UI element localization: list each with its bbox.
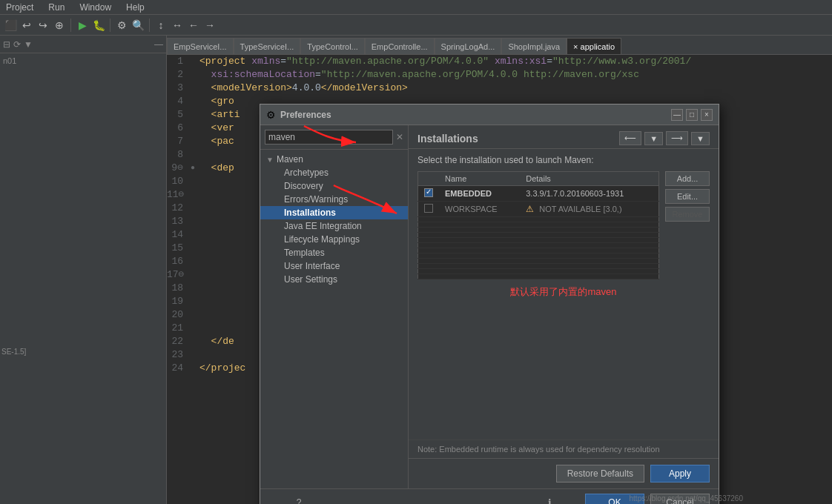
table-row-empty-6 <box>418 243 659 248</box>
dialog-title-bar: ⚙ Preferences — □ × <box>260 105 719 125</box>
checkbox-workspace[interactable] <box>418 202 440 217</box>
dialog-title-text: Preferences <box>280 110 331 120</box>
tree-child-discovery[interactable]: Discovery <box>260 179 408 193</box>
apply-btn[interactable]: Apply <box>650 465 710 483</box>
table-row-empty-9 <box>418 259 659 264</box>
col-check <box>418 172 440 186</box>
tree-arrow-maven: ▼ <box>266 156 274 164</box>
dialog-close-btn[interactable]: × <box>701 109 713 121</box>
dialog-nav-buttons: ⟵ ▼ ⟶ ▼ <box>619 131 710 145</box>
tree-child-userinterface[interactable]: User Interface <box>260 259 408 273</box>
dialog-search-area: ✕ <box>260 125 408 150</box>
table-row-empty-8 <box>418 253 659 259</box>
checkbox-checked-icon <box>424 188 433 197</box>
installations-subtitle: Select the installation used to launch M… <box>417 155 710 165</box>
dialog-note: Note: Embedded runtime is always used fo… <box>409 440 719 458</box>
preferences-dialog: ⚙ Preferences — □ × ✕ <box>260 104 719 504</box>
tree-child-lifecycle[interactable]: Lifecycle Mappings <box>260 233 408 246</box>
row-workspace-details: ⚠ NOT AVAILABLE [3.0,) <box>520 202 658 217</box>
help-icon-btn[interactable]: ? <box>269 494 328 504</box>
dialog-overlay: ⚙ Preferences — □ × ✕ <box>0 0 832 504</box>
dialog-right-pane: Installations ⟵ ▼ ⟶ ▼ Select the install… <box>409 125 719 488</box>
edit-installation-btn[interactable]: Edit... <box>665 189 710 204</box>
table-row-empty-12 <box>418 274 659 279</box>
installations-title: Installations <box>417 133 478 145</box>
dialog-search-input[interactable] <box>265 130 393 145</box>
table-row-empty-3 <box>418 228 659 233</box>
workspace-not-available: NOT AVAILABLE [3.0,) <box>539 205 621 213</box>
dialog-search-clear-icon[interactable]: ✕ <box>396 132 403 142</box>
table-body: EMBEDDED 3.3.9/1.7.0.20160603-1931 WORKS… <box>418 186 659 279</box>
tree-maven-parent[interactable]: ▼ Maven <box>260 153 408 166</box>
checkbox-embedded[interactable] <box>418 186 440 202</box>
col-name: Name <box>439 172 520 186</box>
table-row-empty-1 <box>418 217 659 222</box>
table-wrapper: Name Details EMBEDDED <box>417 171 710 279</box>
checkbox-unchecked-icon <box>424 204 433 213</box>
table-row-empty-5 <box>418 238 659 243</box>
watermark: https://blog.csdn.net/qq_45637260 <box>630 494 743 503</box>
tree-child-javaee[interactable]: Java EE Integration <box>260 219 408 233</box>
dialog-title-controls: — □ × <box>671 109 713 121</box>
col-details: Details <box>520 172 658 186</box>
tree-child-archetypes[interactable]: Archetypes <box>260 166 408 179</box>
dialog-right-header: Installations ⟵ ▼ ⟶ ▼ <box>409 125 719 149</box>
table-row-empty-11 <box>418 269 659 274</box>
ide-background: Project Run Window Help ⬛ ↩ ↪ ⊕ ▶ 🐛 ⚙ 🔍 … <box>0 0 832 504</box>
tree-maven-label: Maven <box>277 154 303 165</box>
restore-defaults-btn[interactable]: Restore Defaults <box>556 465 644 483</box>
nav-back-btn[interactable]: ⟵ <box>619 131 641 145</box>
tree-child-templates[interactable]: Templates <box>260 246 408 259</box>
table-row-empty-7 <box>418 248 659 253</box>
table-row-workspace[interactable]: WORKSPACE ⚠ NOT AVAILABLE [3.0,) <box>418 202 659 217</box>
dialog-maximize-btn[interactable]: □ <box>686 109 698 121</box>
table-row-empty-10 <box>418 264 659 269</box>
table-header-row: Name Details <box>418 172 659 186</box>
dialog-title-left: ⚙ Preferences <box>266 109 331 121</box>
annotation-default-maven: 默认采用了内置的maven <box>417 285 710 299</box>
installations-table: Name Details EMBEDDED <box>417 171 659 279</box>
dialog-footer: Restore Defaults Apply <box>409 458 719 488</box>
tree-child-errors[interactable]: Errors/Warnings <box>260 193 408 206</box>
nav-menu-btn[interactable]: ▼ <box>691 132 710 145</box>
warning-icon: ⚠ <box>526 204 534 214</box>
nav-forward-btn[interactable]: ⟶ <box>666 131 688 145</box>
table-action-buttons: Add... Edit... Remove <box>659 171 710 279</box>
dialog-left-pane: ✕ ▼ Maven Archetypes Discovery Errors/Wa… <box>260 125 409 488</box>
table-row-empty-4 <box>418 233 659 238</box>
dialog-body: ✕ ▼ Maven Archetypes Discovery Errors/Wa… <box>260 125 719 488</box>
dialog-tree: ▼ Maven Archetypes Discovery Errors/Warn… <box>260 150 408 488</box>
table-row-empty-2 <box>418 222 659 228</box>
tree-child-usersettings[interactable]: User Settings <box>260 273 408 286</box>
dialog-right-content: Select the installation used to launch M… <box>409 149 719 440</box>
row-embedded-details: 3.3.9/1.7.0.20160603-1931 <box>520 186 658 202</box>
tree-child-installations[interactable]: Installations <box>260 206 408 219</box>
table-row-embedded[interactable]: EMBEDDED 3.3.9/1.7.0.20160603-1931 <box>418 186 659 202</box>
add-installation-btn[interactable]: Add... <box>665 171 710 186</box>
info-btn[interactable]: ℹ <box>520 494 579 504</box>
preferences-icon: ⚙ <box>266 109 276 121</box>
nav-dropdown-btn[interactable]: ▼ <box>644 132 663 145</box>
dialog-minimize-btn[interactable]: — <box>671 109 683 121</box>
remove-installation-btn[interactable]: Remove <box>665 207 710 222</box>
row-workspace-name: WORKSPACE <box>439 202 520 217</box>
row-embedded-name: EMBEDDED <box>439 186 520 202</box>
table-header: Name Details <box>418 172 659 186</box>
